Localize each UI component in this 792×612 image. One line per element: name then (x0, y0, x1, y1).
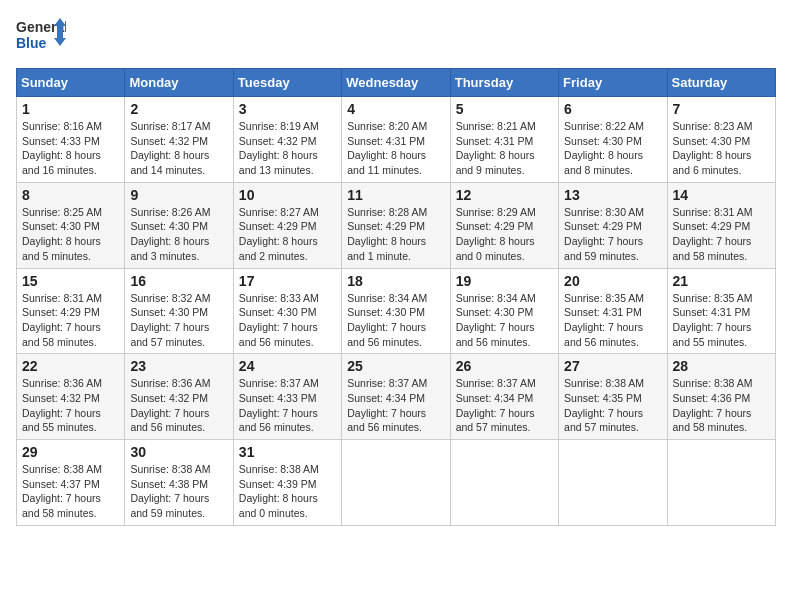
sunset-label: Sunset: 4:30 PM (347, 306, 425, 318)
daylight-label: Daylight: 7 hours and 56 minutes. (239, 321, 318, 348)
sunset-label: Sunset: 4:29 PM (456, 220, 534, 232)
calendar-cell: 28 Sunrise: 8:38 AM Sunset: 4:36 PM Dayl… (667, 354, 775, 440)
sunrise-label: Sunrise: 8:38 AM (564, 377, 644, 389)
day-number: 21 (673, 273, 770, 289)
day-number: 1 (22, 101, 119, 117)
sunset-label: Sunset: 4:29 PM (347, 220, 425, 232)
calendar-cell: 31 Sunrise: 8:38 AM Sunset: 4:39 PM Dayl… (233, 440, 341, 526)
sunset-label: Sunset: 4:33 PM (22, 135, 100, 147)
sunset-label: Sunset: 4:33 PM (239, 392, 317, 404)
calendar-cell: 3 Sunrise: 8:19 AM Sunset: 4:32 PM Dayli… (233, 97, 341, 183)
sunset-label: Sunset: 4:31 PM (673, 306, 751, 318)
daylight-label: Daylight: 8 hours and 0 minutes. (456, 235, 535, 262)
daylight-label: Daylight: 7 hours and 56 minutes. (347, 321, 426, 348)
day-number: 16 (130, 273, 227, 289)
sunset-label: Sunset: 4:32 PM (130, 392, 208, 404)
day-info: Sunrise: 8:36 AM Sunset: 4:32 PM Dayligh… (22, 376, 119, 435)
sunset-label: Sunset: 4:31 PM (456, 135, 534, 147)
sunrise-label: Sunrise: 8:29 AM (456, 206, 536, 218)
sunset-label: Sunset: 4:35 PM (564, 392, 642, 404)
day-number: 8 (22, 187, 119, 203)
daylight-label: Daylight: 7 hours and 56 minutes. (564, 321, 643, 348)
calendar-cell: 30 Sunrise: 8:38 AM Sunset: 4:38 PM Dayl… (125, 440, 233, 526)
sunset-label: Sunset: 4:30 PM (130, 306, 208, 318)
day-info: Sunrise: 8:29 AM Sunset: 4:29 PM Dayligh… (456, 205, 553, 264)
calendar-week-3: 15 Sunrise: 8:31 AM Sunset: 4:29 PM Dayl… (17, 268, 776, 354)
calendar-table: SundayMondayTuesdayWednesdayThursdayFrid… (16, 68, 776, 526)
calendar-cell: 14 Sunrise: 8:31 AM Sunset: 4:29 PM Dayl… (667, 182, 775, 268)
calendar-cell: 9 Sunrise: 8:26 AM Sunset: 4:30 PM Dayli… (125, 182, 233, 268)
day-number: 20 (564, 273, 661, 289)
day-info: Sunrise: 8:31 AM Sunset: 4:29 PM Dayligh… (22, 291, 119, 350)
daylight-label: Daylight: 7 hours and 59 minutes. (564, 235, 643, 262)
sunset-label: Sunset: 4:30 PM (673, 135, 751, 147)
sunrise-label: Sunrise: 8:33 AM (239, 292, 319, 304)
sunrise-label: Sunrise: 8:36 AM (130, 377, 210, 389)
sunrise-label: Sunrise: 8:21 AM (456, 120, 536, 132)
sunset-label: Sunset: 4:31 PM (564, 306, 642, 318)
calendar-cell: 11 Sunrise: 8:28 AM Sunset: 4:29 PM Dayl… (342, 182, 450, 268)
sunrise-label: Sunrise: 8:34 AM (347, 292, 427, 304)
calendar-cell: 2 Sunrise: 8:17 AM Sunset: 4:32 PM Dayli… (125, 97, 233, 183)
day-number: 7 (673, 101, 770, 117)
weekday-header-tuesday: Tuesday (233, 69, 341, 97)
sunset-label: Sunset: 4:34 PM (347, 392, 425, 404)
sunrise-label: Sunrise: 8:34 AM (456, 292, 536, 304)
sunset-label: Sunset: 4:34 PM (456, 392, 534, 404)
sunset-label: Sunset: 4:32 PM (130, 135, 208, 147)
calendar-cell: 4 Sunrise: 8:20 AM Sunset: 4:31 PM Dayli… (342, 97, 450, 183)
day-info: Sunrise: 8:26 AM Sunset: 4:30 PM Dayligh… (130, 205, 227, 264)
sunrise-label: Sunrise: 8:38 AM (22, 463, 102, 475)
sunset-label: Sunset: 4:30 PM (456, 306, 534, 318)
sunrise-label: Sunrise: 8:38 AM (239, 463, 319, 475)
calendar-cell: 12 Sunrise: 8:29 AM Sunset: 4:29 PM Dayl… (450, 182, 558, 268)
sunrise-label: Sunrise: 8:19 AM (239, 120, 319, 132)
daylight-label: Daylight: 7 hours and 56 minutes. (347, 407, 426, 434)
daylight-label: Daylight: 8 hours and 1 minute. (347, 235, 426, 262)
daylight-label: Daylight: 8 hours and 11 minutes. (347, 149, 426, 176)
sunrise-label: Sunrise: 8:32 AM (130, 292, 210, 304)
day-number: 28 (673, 358, 770, 374)
sunrise-label: Sunrise: 8:25 AM (22, 206, 102, 218)
calendar-cell (342, 440, 450, 526)
sunset-label: Sunset: 4:30 PM (239, 306, 317, 318)
calendar-week-2: 8 Sunrise: 8:25 AM Sunset: 4:30 PM Dayli… (17, 182, 776, 268)
sunset-label: Sunset: 4:29 PM (239, 220, 317, 232)
calendar-cell: 5 Sunrise: 8:21 AM Sunset: 4:31 PM Dayli… (450, 97, 558, 183)
day-number: 25 (347, 358, 444, 374)
day-info: Sunrise: 8:38 AM Sunset: 4:37 PM Dayligh… (22, 462, 119, 521)
sunrise-label: Sunrise: 8:38 AM (130, 463, 210, 475)
day-info: Sunrise: 8:20 AM Sunset: 4:31 PM Dayligh… (347, 119, 444, 178)
daylight-label: Daylight: 8 hours and 16 minutes. (22, 149, 101, 176)
day-info: Sunrise: 8:23 AM Sunset: 4:30 PM Dayligh… (673, 119, 770, 178)
sunset-label: Sunset: 4:31 PM (347, 135, 425, 147)
day-number: 2 (130, 101, 227, 117)
calendar-cell: 26 Sunrise: 8:37 AM Sunset: 4:34 PM Dayl… (450, 354, 558, 440)
day-number: 31 (239, 444, 336, 460)
sunrise-label: Sunrise: 8:22 AM (564, 120, 644, 132)
day-info: Sunrise: 8:25 AM Sunset: 4:30 PM Dayligh… (22, 205, 119, 264)
daylight-label: Daylight: 7 hours and 58 minutes. (22, 492, 101, 519)
day-info: Sunrise: 8:38 AM Sunset: 4:35 PM Dayligh… (564, 376, 661, 435)
calendar-cell: 18 Sunrise: 8:34 AM Sunset: 4:30 PM Dayl… (342, 268, 450, 354)
sunrise-label: Sunrise: 8:20 AM (347, 120, 427, 132)
calendar-cell: 29 Sunrise: 8:38 AM Sunset: 4:37 PM Dayl… (17, 440, 125, 526)
daylight-label: Daylight: 7 hours and 55 minutes. (673, 321, 752, 348)
calendar-cell: 16 Sunrise: 8:32 AM Sunset: 4:30 PM Dayl… (125, 268, 233, 354)
day-info: Sunrise: 8:34 AM Sunset: 4:30 PM Dayligh… (456, 291, 553, 350)
weekday-header-thursday: Thursday (450, 69, 558, 97)
sunset-label: Sunset: 4:30 PM (564, 135, 642, 147)
calendar-cell: 19 Sunrise: 8:34 AM Sunset: 4:30 PM Dayl… (450, 268, 558, 354)
daylight-label: Daylight: 7 hours and 59 minutes. (130, 492, 209, 519)
day-info: Sunrise: 8:21 AM Sunset: 4:31 PM Dayligh… (456, 119, 553, 178)
calendar-cell: 15 Sunrise: 8:31 AM Sunset: 4:29 PM Dayl… (17, 268, 125, 354)
sunset-label: Sunset: 4:32 PM (22, 392, 100, 404)
day-number: 30 (130, 444, 227, 460)
day-number: 13 (564, 187, 661, 203)
sunrise-label: Sunrise: 8:23 AM (673, 120, 753, 132)
calendar-week-4: 22 Sunrise: 8:36 AM Sunset: 4:32 PM Dayl… (17, 354, 776, 440)
calendar-cell: 6 Sunrise: 8:22 AM Sunset: 4:30 PM Dayli… (559, 97, 667, 183)
daylight-label: Daylight: 8 hours and 6 minutes. (673, 149, 752, 176)
day-number: 22 (22, 358, 119, 374)
day-number: 19 (456, 273, 553, 289)
